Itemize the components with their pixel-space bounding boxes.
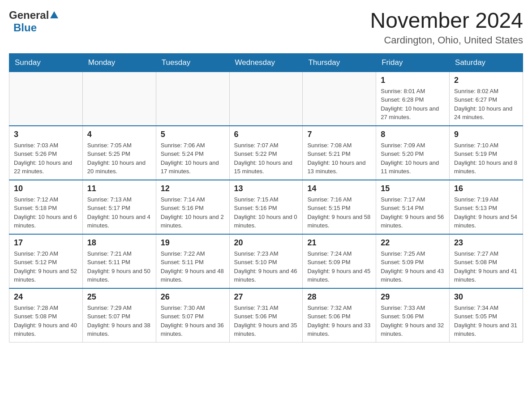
day-number: 24 bbox=[14, 292, 78, 302]
day-info: Sunrise: 7:25 AMSunset: 5:09 PMDaylight:… bbox=[381, 249, 445, 284]
day-info: Sunrise: 8:01 AMSunset: 6:28 PMDaylight:… bbox=[381, 87, 445, 122]
day-info: Sunrise: 7:19 AMSunset: 5:13 PMDaylight:… bbox=[454, 195, 518, 230]
day-info: Sunrise: 7:31 AMSunset: 5:06 PMDaylight:… bbox=[234, 304, 298, 338]
day-number: 22 bbox=[381, 238, 445, 248]
day-info: Sunrise: 7:08 AMSunset: 5:21 PMDaylight:… bbox=[307, 141, 371, 176]
table-row bbox=[303, 72, 376, 126]
table-row: 20Sunrise: 7:23 AMSunset: 5:10 PMDayligh… bbox=[229, 234, 303, 288]
table-row: 2Sunrise: 8:02 AMSunset: 6:27 PMDaylight… bbox=[450, 72, 523, 126]
day-number: 16 bbox=[454, 184, 518, 193]
day-number: 5 bbox=[161, 130, 225, 139]
header-wednesday: Wednesday bbox=[229, 53, 303, 72]
day-number: 21 bbox=[307, 238, 371, 248]
table-row: 17Sunrise: 7:20 AMSunset: 5:12 PMDayligh… bbox=[9, 234, 83, 288]
day-number: 25 bbox=[87, 292, 151, 302]
table-row: 14Sunrise: 7:16 AMSunset: 5:15 PMDayligh… bbox=[303, 180, 376, 234]
day-number: 20 bbox=[234, 238, 298, 248]
day-info: Sunrise: 7:29 AMSunset: 5:07 PMDaylight:… bbox=[87, 304, 151, 338]
day-number: 4 bbox=[87, 130, 151, 139]
table-row: 16Sunrise: 7:19 AMSunset: 5:13 PMDayligh… bbox=[450, 180, 523, 234]
day-number: 8 bbox=[381, 130, 445, 139]
table-row: 6Sunrise: 7:07 AMSunset: 5:22 PMDaylight… bbox=[229, 126, 303, 180]
table-row: 29Sunrise: 7:33 AMSunset: 5:06 PMDayligh… bbox=[376, 288, 450, 342]
day-info: Sunrise: 7:32 AMSunset: 5:06 PMDaylight:… bbox=[307, 304, 371, 338]
day-info: Sunrise: 7:16 AMSunset: 5:15 PMDaylight:… bbox=[307, 195, 371, 230]
calendar-title: November 2024 bbox=[370, 9, 523, 33]
table-row bbox=[9, 72, 83, 126]
page-header: General Blue November 2024 Cardington, O… bbox=[9, 9, 523, 46]
table-row: 25Sunrise: 7:29 AMSunset: 5:07 PMDayligh… bbox=[82, 288, 156, 342]
day-info: Sunrise: 7:34 AMSunset: 5:05 PMDaylight:… bbox=[454, 304, 518, 338]
day-info: Sunrise: 7:05 AMSunset: 5:25 PMDaylight:… bbox=[87, 141, 151, 176]
table-row: 27Sunrise: 7:31 AMSunset: 5:06 PMDayligh… bbox=[229, 288, 303, 342]
table-row: 22Sunrise: 7:25 AMSunset: 5:09 PMDayligh… bbox=[376, 234, 450, 288]
day-info: Sunrise: 7:23 AMSunset: 5:10 PMDaylight:… bbox=[234, 249, 298, 284]
day-info: Sunrise: 7:22 AMSunset: 5:11 PMDaylight:… bbox=[161, 249, 225, 284]
table-row: 5Sunrise: 7:06 AMSunset: 5:24 PMDaylight… bbox=[156, 126, 229, 180]
table-row: 10Sunrise: 7:12 AMSunset: 5:18 PMDayligh… bbox=[9, 180, 83, 234]
day-number: 11 bbox=[87, 184, 151, 193]
day-number: 2 bbox=[454, 76, 518, 85]
day-number: 30 bbox=[454, 292, 518, 302]
day-info: Sunrise: 7:30 AMSunset: 5:07 PMDaylight:… bbox=[161, 304, 225, 338]
header-friday: Friday bbox=[376, 53, 450, 72]
day-number: 3 bbox=[14, 130, 78, 139]
day-info: Sunrise: 7:13 AMSunset: 5:17 PMDaylight:… bbox=[87, 195, 151, 230]
day-info: Sunrise: 7:09 AMSunset: 5:20 PMDaylight:… bbox=[381, 141, 445, 176]
header-tuesday: Tuesday bbox=[156, 53, 229, 72]
day-number: 27 bbox=[234, 292, 298, 302]
day-number: 26 bbox=[161, 292, 225, 302]
day-number: 28 bbox=[307, 292, 371, 302]
header-thursday: Thursday bbox=[303, 53, 376, 72]
day-info: Sunrise: 7:20 AMSunset: 5:12 PMDaylight:… bbox=[14, 249, 78, 284]
day-info: Sunrise: 7:14 AMSunset: 5:16 PMDaylight:… bbox=[161, 195, 225, 230]
table-row: 30Sunrise: 7:34 AMSunset: 5:05 PMDayligh… bbox=[450, 288, 523, 342]
table-row: 24Sunrise: 7:28 AMSunset: 5:08 PMDayligh… bbox=[9, 288, 83, 342]
table-row bbox=[82, 72, 156, 126]
table-row: 12Sunrise: 7:14 AMSunset: 5:16 PMDayligh… bbox=[156, 180, 229, 234]
table-row: 3Sunrise: 7:03 AMSunset: 5:26 PMDaylight… bbox=[9, 126, 83, 180]
day-number: 12 bbox=[161, 184, 225, 193]
table-row: 15Sunrise: 7:17 AMSunset: 5:14 PMDayligh… bbox=[376, 180, 450, 234]
day-info: Sunrise: 7:15 AMSunset: 5:16 PMDaylight:… bbox=[234, 195, 298, 230]
table-row: 21Sunrise: 7:24 AMSunset: 5:09 PMDayligh… bbox=[303, 234, 376, 288]
calendar-table: Sunday Monday Tuesday Wednesday Thursday… bbox=[9, 53, 523, 342]
day-info: Sunrise: 7:12 AMSunset: 5:18 PMDaylight:… bbox=[14, 195, 78, 230]
day-number: 14 bbox=[307, 184, 371, 193]
day-number: 6 bbox=[234, 130, 298, 139]
logo: General Blue bbox=[9, 9, 58, 34]
logo-general-text: General bbox=[9, 9, 49, 21]
table-row: 9Sunrise: 7:10 AMSunset: 5:19 PMDaylight… bbox=[450, 126, 523, 180]
day-info: Sunrise: 7:03 AMSunset: 5:26 PMDaylight:… bbox=[14, 141, 78, 176]
day-info: Sunrise: 7:28 AMSunset: 5:08 PMDaylight:… bbox=[14, 304, 78, 338]
header-saturday: Saturday bbox=[450, 53, 523, 72]
day-number: 1 bbox=[381, 76, 445, 85]
table-row: 4Sunrise: 7:05 AMSunset: 5:25 PMDaylight… bbox=[82, 126, 156, 180]
day-info: Sunrise: 7:10 AMSunset: 5:19 PMDaylight:… bbox=[454, 141, 518, 176]
day-number: 9 bbox=[454, 130, 518, 139]
table-row: 18Sunrise: 7:21 AMSunset: 5:11 PMDayligh… bbox=[82, 234, 156, 288]
table-row: 7Sunrise: 7:08 AMSunset: 5:21 PMDaylight… bbox=[303, 126, 376, 180]
day-number: 29 bbox=[381, 292, 445, 302]
day-info: Sunrise: 7:21 AMSunset: 5:11 PMDaylight:… bbox=[87, 249, 151, 284]
day-number: 23 bbox=[454, 238, 518, 248]
logo-triangle-icon bbox=[50, 11, 58, 18]
table-row: 8Sunrise: 7:09 AMSunset: 5:20 PMDaylight… bbox=[376, 126, 450, 180]
day-number: 7 bbox=[307, 130, 371, 139]
day-info: Sunrise: 7:06 AMSunset: 5:24 PMDaylight:… bbox=[161, 141, 225, 176]
table-row: 23Sunrise: 7:27 AMSunset: 5:08 PMDayligh… bbox=[450, 234, 523, 288]
day-info: Sunrise: 7:24 AMSunset: 5:09 PMDaylight:… bbox=[307, 249, 371, 284]
day-number: 17 bbox=[14, 238, 78, 248]
day-info: Sunrise: 7:27 AMSunset: 5:08 PMDaylight:… bbox=[454, 249, 518, 284]
table-row bbox=[229, 72, 303, 126]
day-info: Sunrise: 7:33 AMSunset: 5:06 PMDaylight:… bbox=[381, 304, 445, 338]
day-number: 19 bbox=[161, 238, 225, 248]
table-row: 11Sunrise: 7:13 AMSunset: 5:17 PMDayligh… bbox=[82, 180, 156, 234]
header-monday: Monday bbox=[82, 53, 156, 72]
table-row: 19Sunrise: 7:22 AMSunset: 5:11 PMDayligh… bbox=[156, 234, 229, 288]
day-number: 15 bbox=[381, 184, 445, 193]
header-sunday: Sunday bbox=[9, 53, 83, 72]
table-row: 26Sunrise: 7:30 AMSunset: 5:07 PMDayligh… bbox=[156, 288, 229, 342]
calendar-header-row: Sunday Monday Tuesday Wednesday Thursday… bbox=[9, 53, 523, 72]
table-row: 1Sunrise: 8:01 AMSunset: 6:28 PMDaylight… bbox=[376, 72, 450, 126]
